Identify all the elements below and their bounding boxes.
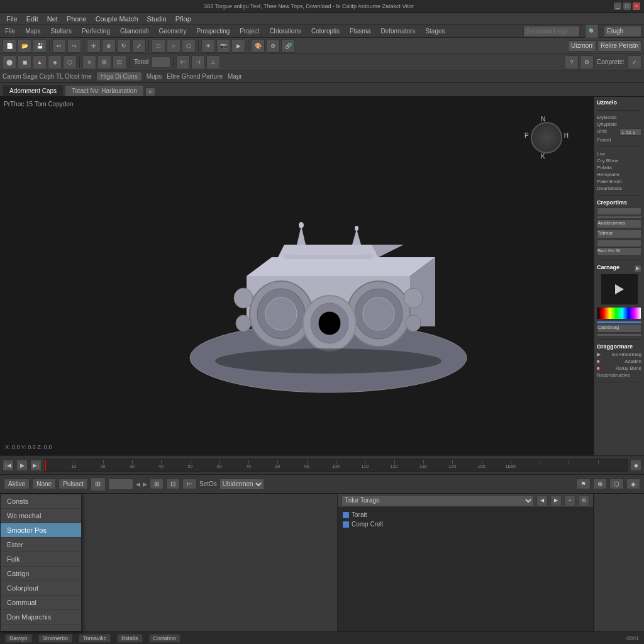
- menu-net[interactable]: Net: [43, 14, 62, 24]
- rp-carnage-expand[interactable]: ▶: [634, 265, 641, 272]
- sm-stages[interactable]: Stages: [423, 26, 447, 36]
- tl-next-btn[interactable]: ▶|: [30, 460, 42, 471]
- tb-modifier[interactable]: ⚙: [266, 39, 280, 53]
- playhead[interactable]: [45, 460, 46, 471]
- sm-prospecting[interactable]: Prospecting: [194, 26, 232, 36]
- status-tomavilic[interactable]: Tomavilic: [79, 634, 111, 643]
- tb-scale[interactable]: ⤢: [132, 39, 146, 53]
- ctx-colorplout[interactable]: Colorplout: [1, 581, 81, 596]
- tb2-obj4[interactable]: ◈: [48, 55, 62, 69]
- tb-select[interactable]: ✛: [87, 39, 101, 53]
- tb2-obj5[interactable]: ⬡: [63, 55, 77, 69]
- tb-camera[interactable]: 📷: [216, 39, 230, 53]
- search-input[interactable]: [523, 26, 580, 37]
- ctx-smoctor-pos[interactable]: Smoctor Pos: [1, 523, 81, 538]
- status-stnimertio[interactable]: Stnimertio: [38, 634, 73, 643]
- tb2-obj3[interactable]: ▲: [33, 55, 47, 69]
- sm-perfecting[interactable]: Perfecting: [79, 26, 113, 36]
- scene-item-torait[interactable]: Torait: [340, 510, 591, 519]
- bb-label-aktive[interactable]: Aktive: [4, 479, 30, 489]
- bb-arrow-right[interactable]: ▶: [143, 481, 147, 487]
- rp-burt-btn[interactable]: Burt Hu Si: [597, 247, 641, 256]
- maximize-button[interactable]: □: [623, 3, 631, 10]
- tb-cylinder[interactable]: ⬡: [182, 39, 196, 53]
- menu-file[interactable]: File: [3, 14, 21, 24]
- coord-x-input[interactable]: [568, 40, 596, 52]
- tl-prev-btn[interactable]: |◀: [3, 460, 14, 471]
- tab-adornment[interactable]: Adornment Caps: [3, 85, 64, 96]
- menu-pflop[interactable]: Pflop: [172, 14, 195, 24]
- tb-rotate[interactable]: ↻: [117, 39, 131, 53]
- search-button[interactable]: 🔍: [585, 25, 599, 38]
- sh-btn-3[interactable]: +: [564, 495, 575, 506]
- rp-slider-3[interactable]: [597, 334, 641, 336]
- tl-play-btn[interactable]: ▶: [16, 460, 28, 471]
- rp-totmor-btn[interactable]: Totmor: [597, 230, 641, 238]
- tmb-item-4[interactable]: Eltre Ghond Parture: [167, 73, 223, 80]
- menu-couple-match[interactable]: Couple Match: [92, 14, 142, 24]
- tb2-align3[interactable]: ⊥: [206, 55, 220, 69]
- rp-eklit-input[interactable]: Eklit: [597, 208, 641, 215]
- sm-glamorish[interactable]: Glamorish: [118, 26, 152, 36]
- bb-mode-select[interactable]: Ubidermen: [219, 479, 264, 490]
- coord-y-input[interactable]: [597, 40, 641, 52]
- minimize-button[interactable]: _: [614, 3, 621, 10]
- bb-align-btn[interactable]: ⊢: [182, 479, 197, 489]
- rp-slider-2[interactable]: [597, 321, 641, 323]
- tb2-help[interactable]: ?: [565, 55, 579, 69]
- bb-grid-btn[interactable]: ⊞: [150, 479, 164, 489]
- sh-btn-2[interactable]: ▶: [550, 495, 562, 506]
- sh-btn-1[interactable]: ◀: [536, 495, 548, 506]
- sm-file[interactable]: File: [3, 26, 18, 36]
- sm-plasma[interactable]: Plasma: [347, 26, 373, 36]
- tb-hierarchy[interactable]: 🔗: [281, 39, 295, 53]
- tb2-tonsl-input[interactable]: [152, 57, 170, 68]
- tb-light[interactable]: ☀: [201, 39, 215, 53]
- tb-save[interactable]: 💾: [33, 39, 47, 53]
- ctx-folk[interactable]: Folk: [1, 552, 81, 567]
- sm-project[interactable]: Project: [237, 26, 262, 36]
- status-bstalis[interactable]: Bstalis: [117, 634, 143, 643]
- bb-icon-extra2[interactable]: ⊕: [593, 479, 607, 489]
- sh-btn-4[interactable]: ⚙: [578, 495, 589, 506]
- tb2-layer[interactable]: ≡: [82, 55, 96, 69]
- 3d-viewport[interactable]: PrThoc 15 Tom Copydon N P H K: [0, 97, 594, 455]
- tb-undo[interactable]: ↩: [52, 39, 66, 53]
- bb-frame-input[interactable]: 10: [108, 479, 133, 490]
- status-cortatino[interactable]: Cortatino: [149, 634, 181, 643]
- tmb-item-1[interactable]: Canon Saga Coph TL Olcot Ime: [3, 73, 92, 80]
- close-button[interactable]: ×: [633, 3, 640, 10]
- rp-ulnit-input[interactable]: [619, 128, 641, 136]
- bb-arrow-left[interactable]: ◀: [136, 481, 140, 487]
- scene-header-select[interactable]: Trilur Torago: [341, 495, 534, 506]
- tb-material[interactable]: 🎨: [251, 39, 265, 53]
- tb2-snap[interactable]: ⊡: [113, 55, 126, 69]
- tab-totact[interactable]: Totact Nv: Harlaunation: [65, 85, 144, 96]
- sm-deformators[interactable]: Deformators: [378, 26, 418, 36]
- tmb-item-3[interactable]: Mups: [147, 73, 162, 80]
- tb-box[interactable]: □: [152, 39, 165, 53]
- rp-eskl-input[interactable]: Eskl: [597, 240, 641, 247]
- sm-chlorations[interactable]: Chlorations: [267, 26, 304, 36]
- tmb-item-2[interactable]: Higa Di Cons: [97, 72, 142, 80]
- tb-redo[interactable]: ↪: [67, 39, 81, 53]
- scene-item-comp-crell[interactable]: Comp Crell: [340, 519, 591, 529]
- engine-input[interactable]: [604, 26, 641, 37]
- bb-icon-extra4[interactable]: ◈: [626, 479, 640, 489]
- rp-color-bar[interactable]: [597, 307, 641, 319]
- tb2-group[interactable]: ⊞: [97, 55, 111, 69]
- rp-analocorims-btn[interactable]: Analocorims: [597, 219, 641, 228]
- ctx-wc-mochal[interactable]: Wc mochal: [1, 509, 81, 523]
- sm-maps[interactable]: Maps: [23, 26, 43, 36]
- ctx-commual[interactable]: Commual: [1, 596, 81, 610]
- bb-label-pulsact[interactable]: Pulsact: [58, 479, 88, 489]
- tb-render[interactable]: ▶: [231, 39, 245, 53]
- rp-cabstirag-btn[interactable]: Cabstirag: [597, 324, 641, 333]
- menu-studio[interactable]: Studio: [143, 14, 170, 24]
- ctx-don-majorchis[interactable]: Don Majorchis: [1, 610, 81, 625]
- tb2-align2[interactable]: ⊣: [191, 55, 205, 69]
- tb2-settings[interactable]: ⚙: [580, 55, 594, 69]
- tb-new[interactable]: 📄: [3, 39, 16, 53]
- tb2-compute[interactable]: ✓: [628, 55, 641, 69]
- sm-geometry[interactable]: Geometry: [157, 26, 189, 36]
